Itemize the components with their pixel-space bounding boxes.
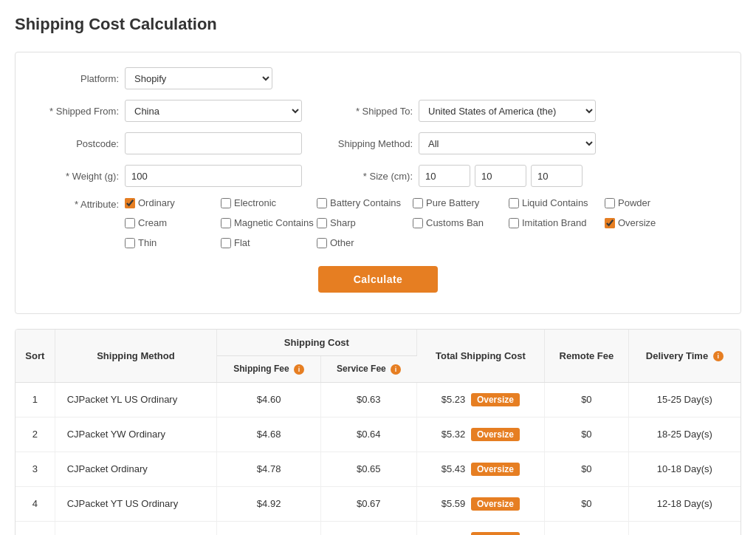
weight-group: * Weight (g): xyxy=(38,165,302,187)
size-h-input[interactable] xyxy=(531,165,583,187)
col-service-fee: Service Fee i xyxy=(321,356,417,383)
calculate-button[interactable]: Calculate xyxy=(318,266,439,293)
col-sort: Sort xyxy=(16,330,55,382)
delivery-time-info-icon[interactable]: i xyxy=(713,351,724,361)
size-inputs xyxy=(419,165,583,187)
row-remote-fee: $0 xyxy=(545,382,628,417)
row-total-value: $5.23 xyxy=(441,394,466,405)
postcode-input[interactable] xyxy=(125,132,302,154)
row-total-value: $5.59 xyxy=(441,498,466,509)
row-shipping-fee: $4.68 xyxy=(217,417,321,451)
row-sort: 3 xyxy=(16,451,55,486)
shipped-to-group: * Shipped To: United States of America (… xyxy=(331,100,596,122)
calculate-btn-row: Calculate xyxy=(38,259,718,296)
row-sort: 4 xyxy=(16,486,55,521)
attr-checkbox-powder[interactable] xyxy=(605,198,615,208)
shipping-fee-info-icon[interactable]: i xyxy=(294,364,304,375)
shipping-method-group: Shipping Method: All Standard Express xyxy=(331,132,596,154)
shipped-from-group: * Shipped From: China USA UK xyxy=(38,100,302,122)
size-group: * Size (cm): xyxy=(331,165,583,187)
size-label: * Size (cm): xyxy=(331,171,413,182)
shipped-from-label: * Shipped From: xyxy=(38,106,119,117)
attribute-checkboxes: OrdinaryElectronicBattery ContainsPure B… xyxy=(125,197,718,251)
postcode-group: Postcode: xyxy=(38,132,302,154)
attr-label-thin: Thin xyxy=(138,237,157,248)
row-total-cost: $5.32 Oversize xyxy=(416,417,545,451)
col-total: Total Shipping Cost xyxy=(416,330,545,382)
oversize-badge: Oversize xyxy=(471,497,520,511)
attr-label-powder: Powder xyxy=(618,197,650,208)
row-method: CJPacket Ordinary xyxy=(55,451,217,486)
shipped-to-label: * Shipped To: xyxy=(331,106,413,117)
size-l-input[interactable] xyxy=(419,165,470,187)
shipping-method-label: Shipping Method: xyxy=(331,138,413,149)
row-delivery-time: 10-18 Day(s) xyxy=(628,451,740,486)
service-fee-info-icon[interactable]: i xyxy=(391,364,401,375)
row-shipping-fee: $4.92 xyxy=(217,486,321,521)
attr-checkbox-imitation_brand[interactable] xyxy=(509,218,519,228)
attr-item-cream: Cream xyxy=(125,217,221,228)
row-delivery-time: 15-25 Day(s) xyxy=(628,382,740,417)
attr-checkbox-magnetic_contains[interactable] xyxy=(221,218,231,228)
attr-checkbox-oversize[interactable] xyxy=(605,218,615,228)
col-shipping-cost: Shipping Cost xyxy=(217,330,416,356)
row-method: CJPacket YW Sensitive xyxy=(55,521,217,535)
attr-label-oversize: Oversize xyxy=(618,217,656,228)
attr-checkbox-customs_ban[interactable] xyxy=(413,218,423,228)
attr-item-magnetic_contains: Magnetic Contains xyxy=(221,217,317,228)
attr-item-customs_ban: Customs Ban xyxy=(413,217,509,228)
attr-checkbox-cream[interactable] xyxy=(125,218,135,228)
row-total-cost: $5.66 Oversize xyxy=(416,521,545,535)
attr-item-thin: Thin xyxy=(125,237,221,248)
col-delivery-time: Delivery Time i xyxy=(628,330,740,382)
attr-checkbox-ordinary[interactable] xyxy=(125,198,135,208)
row-method: CJPacket YW Ordinary xyxy=(55,417,217,451)
platform-group: Platform: Shopify WooCommerce Magento Ot… xyxy=(38,67,272,89)
attr-checkbox-sharp[interactable] xyxy=(317,218,327,228)
attr-checkbox-liquid_contains[interactable] xyxy=(509,198,519,208)
row-remote-fee: $0 xyxy=(545,521,628,535)
col-shipping-method: Shipping Method xyxy=(55,330,217,382)
row-delivery-time: 18-25 Day(s) xyxy=(628,417,740,451)
table-row: 5 CJPacket YW Sensitive $4.98 $0.68 $5.6… xyxy=(16,521,740,535)
row-total-value: $5.43 xyxy=(441,463,466,474)
attr-label-liquid_contains: Liquid Contains xyxy=(522,197,588,208)
attr-item-oversize: Oversize xyxy=(605,217,701,228)
col-shipping-fee: Shipping Fee i xyxy=(217,356,321,383)
oversize-badge: Oversize xyxy=(471,428,520,441)
attr-label-battery_contains: Battery Contains xyxy=(330,197,401,208)
platform-select[interactable]: Shopify WooCommerce Magento Others xyxy=(125,67,272,89)
row-sort: 2 xyxy=(16,417,55,451)
attr-label-ordinary: Ordinary xyxy=(138,197,175,208)
attr-label-pure_battery: Pure Battery xyxy=(426,197,479,208)
attribute-row: * Attribute: OrdinaryElectronicBattery C… xyxy=(38,197,718,251)
oversize-badge: Oversize xyxy=(471,463,520,476)
attr-item-electronic: Electronic xyxy=(221,197,317,208)
attribute-label: * Attribute: xyxy=(38,197,119,210)
attr-checkbox-battery_contains[interactable] xyxy=(317,198,327,208)
shipped-to-select[interactable]: United States of America (the) United Ki… xyxy=(419,100,596,122)
attr-item-other: Other xyxy=(317,237,413,248)
attr-item-liquid_contains: Liquid Contains xyxy=(509,197,605,208)
attr-checkbox-thin[interactable] xyxy=(125,238,135,248)
attr-checkbox-flat[interactable] xyxy=(221,238,231,248)
attr-checkbox-electronic[interactable] xyxy=(221,198,231,208)
attr-checkbox-pure_battery[interactable] xyxy=(413,198,423,208)
attr-label-cream: Cream xyxy=(138,217,167,228)
shipped-from-select[interactable]: China USA UK xyxy=(125,100,302,122)
attr-checkbox-other[interactable] xyxy=(317,238,327,248)
row-total-cost: $5.43 Oversize xyxy=(416,451,545,486)
attr-item-pure_battery: Pure Battery xyxy=(413,197,509,208)
row-remote-fee: $0 xyxy=(545,417,628,451)
weight-input[interactable] xyxy=(125,165,302,187)
shipping-method-select[interactable]: All Standard Express xyxy=(419,132,596,154)
size-w-input[interactable] xyxy=(475,165,526,187)
postcode-method-row: Postcode: Shipping Method: All Standard … xyxy=(38,132,718,154)
origin-destination-row: * Shipped From: China USA UK * Shipped T… xyxy=(38,100,718,122)
row-sort: 5 xyxy=(16,521,55,535)
attr-label-magnetic_contains: Magnetic Contains xyxy=(234,217,314,228)
row-service-fee: $0.68 xyxy=(321,521,417,535)
row-service-fee: $0.67 xyxy=(321,486,417,521)
platform-row: Platform: Shopify WooCommerce Magento Ot… xyxy=(38,67,718,89)
row-total-value: $5.32 xyxy=(441,429,466,440)
